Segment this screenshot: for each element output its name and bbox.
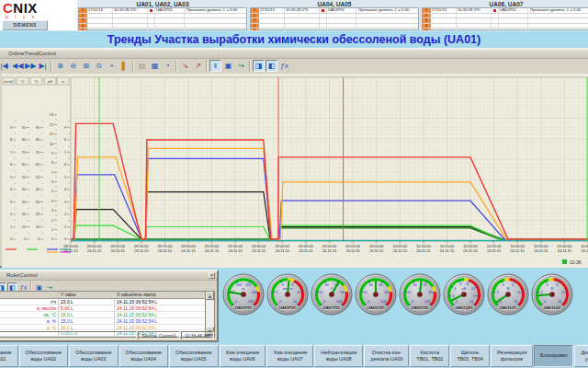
svg-text:40: 40 xyxy=(22,188,26,191)
svg-text:14: 14 xyxy=(469,300,473,304)
alarm-group: UA04, UA05 1 27/11/15 10:30:28.270 UA01P… xyxy=(249,0,420,30)
time-range-icon[interactable]: ◔ xyxy=(162,60,174,72)
svg-text:24.11.15: 24.11.15 xyxy=(111,248,126,253)
formula-icon[interactable]: ƒx xyxy=(278,60,290,72)
trend-window-title: OnlineTrendControl xyxy=(8,51,56,56)
svg-text:24.11.15: 24.11.15 xyxy=(558,248,572,253)
svg-text:24.11.15: 24.11.15 xyxy=(511,248,526,253)
alarm-date xyxy=(87,14,113,18)
alarm-state-cell xyxy=(492,14,499,18)
siemens-badge: SIEMENS xyxy=(2,20,48,30)
svg-text:12: 12 xyxy=(50,123,53,127)
zoom-reset-icon[interactable]: ⊙ xyxy=(93,60,105,72)
alarm-time xyxy=(285,24,320,29)
legend-toggle-icon[interactable]: ◨ xyxy=(253,60,265,72)
svg-text:8: 8 xyxy=(10,138,12,142)
svg-text:10: 10 xyxy=(22,225,26,229)
svg-text:24.11.15: 24.11.15 xyxy=(416,248,431,253)
toolbar-separator xyxy=(132,61,134,72)
curve-next-icon[interactable]: ↗ xyxy=(192,60,204,72)
svg-text:8: 8 xyxy=(467,282,469,286)
tab--ua01[interactable]: Обессоливаниеводы UA01 xyxy=(0,345,18,367)
toolbar-separator xyxy=(51,61,52,72)
tab--ua06[interactable]: Хим очищениеводы UA06 xyxy=(220,345,266,367)
tab--ua03[interactable]: Обессоливаниеводы UA03 xyxy=(69,345,119,367)
tab--01-02[interactable]: КислотаТВ01, ТВ02 xyxy=(410,345,449,367)
trend-chart[interactable]: мкс/см20123456789°C0102030405060708090%0… xyxy=(2,74,588,268)
svg-text:60: 60 xyxy=(22,163,26,167)
tab--ua08[interactable]: Нейтрализацияводы UA08 xyxy=(314,345,363,367)
alarm-message xyxy=(356,14,418,18)
zoom-out-icon[interactable]: ⊖ xyxy=(67,60,79,72)
print-icon[interactable]: ▣ xyxy=(222,60,234,72)
svg-text:80: 80 xyxy=(22,138,26,142)
svg-text:24.11.15: 24.11.15 xyxy=(276,248,290,253)
alarm-row-number: 1 xyxy=(251,8,259,13)
alarm-tag: UA01P01 xyxy=(155,8,185,13)
alarm-state-cell xyxy=(148,8,155,13)
svg-text:0: 0 xyxy=(38,237,40,241)
nav-next-icon[interactable]: ▶▶ xyxy=(24,60,36,72)
alarm-date xyxy=(431,18,457,23)
tab--ua07[interactable]: Хим очищениеводы UA07 xyxy=(266,345,313,367)
svg-text:10: 10 xyxy=(514,300,517,304)
svg-text:20: 20 xyxy=(320,291,323,294)
pause-icon[interactable]: ‖ xyxy=(209,60,221,72)
svg-text:24.11.15: 24.11.15 xyxy=(87,248,102,253)
alarm-tag xyxy=(155,14,185,18)
svg-text:1: 1 xyxy=(64,225,66,229)
zoom-in-icon[interactable]: ⊕ xyxy=(54,60,66,72)
svg-text:0: 0 xyxy=(368,300,369,304)
tab--03-04[interactable]: ЩёлочьТВ03, ТВ04 xyxy=(450,345,490,367)
tab--ua09[interactable]: Очистка кон-денсата UA09 xyxy=(364,345,409,367)
svg-text:50: 50 xyxy=(36,176,40,179)
gauge-UA01L01: 0246810МUA01L01UA01L01 xyxy=(488,274,528,315)
tab--[interactable]: Регенерацияфильтров xyxy=(491,345,533,367)
nav-last-icon[interactable]: ▶| xyxy=(37,60,49,72)
tab--ua05[interactable]: Обессоливаниеводы UA05 xyxy=(169,345,219,367)
export-icon[interactable]: ↪ xyxy=(235,60,247,72)
curve-prev-icon[interactable]: ↘ xyxy=(179,60,191,72)
alarm-message xyxy=(185,14,246,18)
ruler-window-icon[interactable]: ◧ xyxy=(266,60,277,72)
svg-text:8: 8 xyxy=(561,291,563,294)
alarm-state-cell xyxy=(148,18,155,23)
zoom-area-icon[interactable]: ⊞ xyxy=(80,60,92,72)
svg-text:5: 5 xyxy=(64,176,66,179)
svg-text:°C: °C xyxy=(20,80,24,84)
svg-text:80: 80 xyxy=(36,138,40,142)
statistics-icon[interactable]: ▤ xyxy=(136,60,148,72)
nav-prev-icon[interactable]: ◀◀ xyxy=(11,60,23,72)
svg-text:20: 20 xyxy=(408,291,412,294)
alarm-time xyxy=(457,18,492,23)
trend-window-titlebar[interactable]: OnlineTrendControl xyxy=(0,50,588,59)
ruler-icon[interactable]: ▌ xyxy=(119,60,130,72)
tab--ua04[interactable]: Обессоливаниеводы UA04 xyxy=(119,345,169,367)
svg-text:2: 2 xyxy=(453,294,455,298)
svg-text:4: 4 xyxy=(547,283,548,287)
select-range-icon[interactable]: ▦ xyxy=(149,60,161,72)
pan-icon[interactable]: + xyxy=(106,60,118,72)
svg-text:24.11.15: 24.11.15 xyxy=(322,248,337,253)
svg-text:2: 2 xyxy=(10,213,12,216)
tab-блокировки[interactable]: Блокировки xyxy=(534,345,573,367)
svg-text:2: 2 xyxy=(51,219,53,223)
svg-text:40: 40 xyxy=(413,283,417,287)
svg-text:100: 100 xyxy=(424,300,430,304)
alarm-date xyxy=(259,24,285,29)
gauge-label: UA01T01 xyxy=(323,305,341,310)
svg-text:2: 2 xyxy=(277,291,278,294)
svg-text:20: 20 xyxy=(22,213,26,216)
nav-first-icon[interactable]: |◀ xyxy=(0,60,10,72)
svg-text:24.11.15: 24.11.15 xyxy=(393,248,408,253)
svg-text:4: 4 xyxy=(10,188,12,191)
tab--ua02[interactable]: Обессоливаниеводы UA02 xyxy=(19,345,69,367)
status-icon xyxy=(562,259,567,264)
alarm-state-cell xyxy=(148,14,155,18)
toolbar-separator xyxy=(249,61,251,72)
gauge-unit: pH xyxy=(462,287,467,291)
alarm-date: 27/11/15 xyxy=(87,8,113,13)
tab--[interactable]: Дистанционноеуправление xyxy=(574,345,588,367)
alarm-time: 10:30:28.270 xyxy=(113,8,148,13)
page-title-bar: Тренды Участка выработки химически обесс… xyxy=(0,30,588,50)
